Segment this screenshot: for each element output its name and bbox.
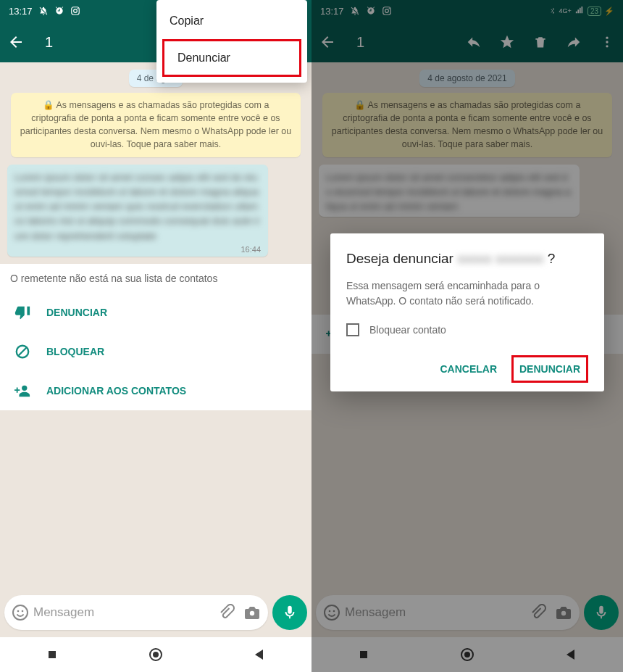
nav-back-triangle[interactable] bbox=[251, 646, 268, 663]
report-label: DENUNCIAR bbox=[46, 307, 107, 318]
report-action[interactable]: DENUNCIAR bbox=[0, 293, 312, 332]
dialog-title: Deseja denunciar xxxxx xxxxxxx ? bbox=[346, 249, 588, 268]
svg-point-9 bbox=[250, 611, 254, 615]
back-button[interactable] bbox=[6, 32, 26, 52]
svg-point-7 bbox=[17, 610, 20, 613]
block-action[interactable]: BLOQUEAR bbox=[0, 332, 312, 371]
phone-right: 13:17 4G+ 23 ⚡ 1 4 de agosto de 2021 🔒 A… bbox=[312, 0, 623, 672]
svg-rect-10 bbox=[49, 651, 56, 658]
contact-actions-panel: DENUNCIAR BLOQUEAR ADICIONAR AOS CONTATO… bbox=[0, 293, 312, 410]
svg-point-12 bbox=[153, 652, 159, 658]
notification-off-icon bbox=[38, 6, 49, 16]
checkbox-label: Bloquear contato bbox=[369, 324, 446, 336]
android-navbar bbox=[0, 637, 312, 672]
camera-icon[interactable] bbox=[243, 604, 261, 621]
phone-left: 13:17 4G+ 23 ⚡ 1 4 de agos 🔒 As mensagen… bbox=[0, 0, 312, 672]
alarm-icon bbox=[54, 6, 64, 16]
menu-copy[interactable]: Copiar bbox=[156, 4, 307, 38]
message-bubble[interactable]: Lorem ipsum dolor sit amet consec adipis… bbox=[7, 165, 268, 257]
composer-input[interactable]: Mensagem bbox=[4, 595, 268, 630]
dialog-actions: CANCELAR DENUNCIAR bbox=[346, 355, 588, 383]
dialog-title-post: ? bbox=[548, 251, 556, 266]
emoji-icon[interactable] bbox=[12, 604, 29, 621]
encryption-text: As mensagens e as chamadas são protegida… bbox=[20, 100, 292, 149]
block-icon bbox=[14, 344, 30, 360]
checkbox-unchecked[interactable] bbox=[346, 323, 359, 336]
chat-area: 4 de agos 🔒 As mensagens e as chamadas s… bbox=[0, 62, 312, 264]
message-time: 16:44 bbox=[14, 244, 261, 254]
unknown-sender-label: O remetente não está na sua lista de con… bbox=[0, 264, 312, 293]
instagram-icon bbox=[70, 6, 80, 16]
nav-recents[interactable] bbox=[43, 646, 61, 663]
svg-point-1 bbox=[73, 9, 77, 13]
svg-point-5 bbox=[22, 385, 27, 390]
svg-point-6 bbox=[13, 605, 28, 620]
svg-point-2 bbox=[77, 8, 78, 9]
svg-line-4 bbox=[19, 347, 27, 355]
context-menu: Copiar Denunciar bbox=[156, 0, 307, 83]
menu-report[interactable]: Denunciar bbox=[162, 39, 301, 77]
nav-home[interactable] bbox=[147, 646, 164, 663]
report-dialog: Deseja denunciar xxxxx xxxxxxx ? Essa me… bbox=[330, 233, 604, 391]
dialog-body: Essa mensagem será encaminhada para o Wh… bbox=[346, 278, 588, 309]
block-label: BLOQUEAR bbox=[46, 346, 104, 357]
composer-placeholder: Mensagem bbox=[29, 605, 217, 620]
add-person-icon bbox=[14, 383, 30, 399]
lock-icon: 🔒 bbox=[43, 100, 54, 110]
dialog-report-button[interactable]: DENUNCIAR bbox=[511, 355, 588, 383]
dialog-cancel-button[interactable]: CANCELAR bbox=[432, 356, 504, 382]
block-checkbox-row[interactable]: Bloquear contato bbox=[346, 323, 588, 336]
svg-point-8 bbox=[22, 610, 24, 613]
attach-icon[interactable] bbox=[217, 604, 235, 621]
add-label: ADICIONAR AOS CONTATOS bbox=[46, 385, 186, 397]
mic-button[interactable] bbox=[272, 595, 307, 630]
message-text-blurred: Lorem ipsum dolor sit amet consec adipis… bbox=[14, 170, 261, 244]
chat-bg-empty bbox=[0, 410, 312, 591]
encryption-notice[interactable]: 🔒 As mensagens e as chamadas são protegi… bbox=[11, 93, 301, 157]
dialog-title-pre: Deseja denunciar bbox=[346, 251, 453, 266]
add-contact-action[interactable]: ADICIONAR AOS CONTATOS bbox=[0, 371, 312, 410]
composer: Mensagem bbox=[0, 591, 312, 637]
thumbs-down-icon bbox=[14, 304, 30, 320]
clock-time: 13:17 bbox=[9, 6, 33, 17]
dialog-blurred-name: xxxxx xxxxxxx bbox=[457, 249, 543, 268]
